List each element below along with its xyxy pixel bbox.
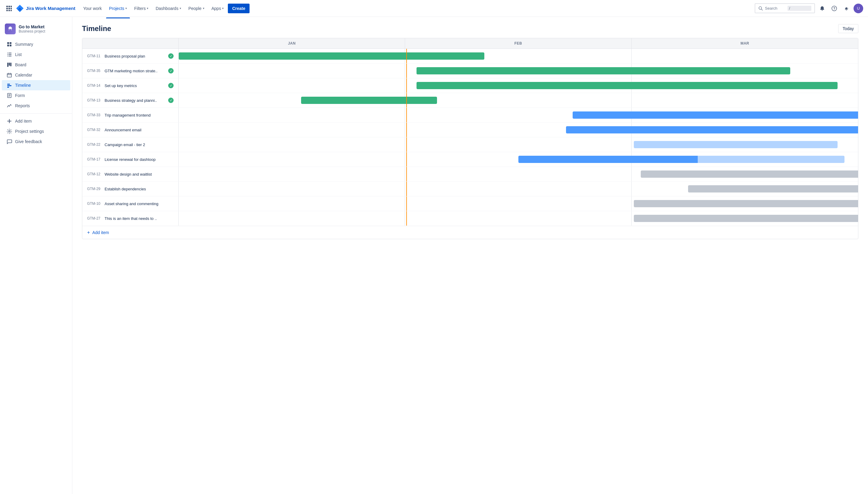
project-name: Go to Market — [19, 24, 45, 29]
today-line — [406, 152, 407, 167]
notifications-button[interactable] — [817, 4, 827, 13]
table-row[interactable]: GTM-14Set up key metrics✓ — [82, 78, 858, 93]
timeline-bar[interactable] — [573, 111, 858, 119]
row-id: GTM-13 — [87, 98, 102, 102]
table-row[interactable]: GTM-11Business proposal plan✓ — [82, 49, 858, 63]
done-check: ✓ — [168, 98, 173, 103]
timeline-bar[interactable] — [179, 52, 484, 60]
row-bar-area — [179, 78, 858, 93]
table-row[interactable]: GTM-12Website design and waitlist — [82, 167, 858, 182]
row-name: Announcement email — [105, 128, 173, 132]
sidebar-item-calendar[interactable]: Calendar — [2, 70, 70, 80]
create-button[interactable]: Create — [228, 4, 250, 13]
row-id: GTM-14 — [87, 83, 102, 88]
search-shortcut: / — [788, 6, 811, 11]
today-line — [406, 108, 407, 122]
search-box[interactable]: Search / — [755, 3, 815, 13]
sidebar-divider — [0, 113, 72, 114]
svg-rect-26 — [10, 63, 12, 66]
svg-rect-32 — [7, 85, 12, 86]
svg-rect-22 — [7, 56, 8, 56]
sidebar-item-board[interactable]: Board — [2, 60, 70, 70]
nav-apps[interactable]: Apps ▾ — [208, 4, 227, 13]
svg-point-13 — [10, 28, 11, 29]
table-row[interactable]: GTM-33Trip management frontend — [82, 108, 858, 122]
sidebar-item-add-item[interactable]: Add item — [2, 116, 70, 126]
row-name: Trip management frontend — [105, 113, 173, 117]
nav-dashboards[interactable]: Dashboards ▾ — [152, 4, 184, 13]
sidebar-item-project-settings[interactable]: Project settings — [2, 126, 70, 136]
timeline-icon — [7, 82, 12, 88]
search-icon — [758, 6, 763, 11]
projects-chevron: ▾ — [125, 7, 127, 10]
row-id: GTM-17 — [87, 157, 102, 162]
help-button[interactable]: ? — [829, 4, 839, 13]
row-bar-area — [179, 137, 858, 152]
timeline-bar[interactable] — [417, 82, 837, 89]
row-name: Business strategy and planni.. — [105, 98, 166, 103]
table-row[interactable]: GTM-13Business strategy and planni..✓ — [82, 93, 858, 108]
sidebar-item-give-feedback[interactable]: Give feedback — [2, 136, 70, 147]
sidebar-item-reports[interactable]: Reports — [2, 101, 70, 111]
people-chevron: ▾ — [203, 7, 204, 10]
topnav-right: Search / ? U — [755, 3, 863, 13]
bell-icon — [819, 6, 825, 11]
row-id: GTM-10 — [87, 202, 102, 206]
table-row[interactable]: GTM-29Establish dependencies — [82, 182, 858, 196]
sidebar-item-summary[interactable]: Summary — [2, 39, 70, 50]
timeline-bar[interactable] — [566, 126, 858, 133]
svg-rect-17 — [10, 44, 12, 46]
row-bar-area — [179, 182, 858, 196]
today-line — [406, 93, 407, 108]
row-bar-area — [179, 93, 858, 108]
settings-icon — [7, 129, 12, 134]
timeline-bar[interactable] — [641, 170, 858, 178]
add-icon — [7, 118, 12, 124]
svg-line-10 — [762, 9, 763, 10]
svg-rect-15 — [10, 42, 12, 44]
header-jan: JAN — [179, 38, 405, 49]
sidebar: Go to Market Business project Summary Li… — [0, 17, 72, 494]
svg-rect-1 — [8, 6, 10, 7]
reports-icon — [7, 103, 12, 109]
svg-rect-2 — [11, 6, 12, 7]
timeline-bar[interactable] — [518, 156, 845, 163]
svg-rect-27 — [7, 74, 12, 77]
nav-filters[interactable]: Filters ▾ — [131, 4, 151, 13]
sidebar-item-timeline[interactable]: Timeline — [2, 80, 70, 90]
timeline-bar[interactable] — [634, 200, 858, 207]
nav-people[interactable]: People ▾ — [185, 4, 207, 13]
feedback-icon — [7, 139, 12, 144]
table-row[interactable]: GTM-27This is an item that needs to .. — [82, 211, 858, 226]
timeline-bar[interactable] — [301, 97, 437, 104]
timeline-grid: JAN FEB MAR GTM-11Business proposal plan… — [82, 38, 858, 239]
app-switcher-icon[interactable] — [5, 4, 13, 13]
dashboards-chevron: ▾ — [180, 7, 181, 10]
timeline-bar[interactable] — [634, 141, 837, 148]
sidebar-item-form[interactable]: Form — [2, 90, 70, 101]
svg-rect-18 — [7, 53, 8, 53]
sidebar-item-list[interactable]: List — [2, 50, 70, 60]
nav-your-work[interactable]: Your work — [80, 4, 105, 13]
timeline-bar[interactable] — [688, 185, 858, 192]
row-bar-area — [179, 49, 858, 63]
board-icon — [7, 62, 12, 68]
timeline-bar[interactable] — [634, 215, 858, 222]
table-row[interactable]: GTM-22Campaign email - tier 2 — [82, 137, 858, 152]
table-row[interactable]: GTM-32Announcement email — [82, 122, 858, 137]
table-row[interactable]: GTM-17License renewal for dashloop — [82, 152, 858, 167]
svg-rect-7 — [8, 10, 10, 11]
jira-logo[interactable]: Jira Work Management — [16, 4, 75, 13]
table-row[interactable]: GTM-10Asset sharing and commenting — [82, 196, 858, 211]
today-button[interactable]: Today — [838, 24, 858, 33]
table-row[interactable]: GTM-35GTM marketing motion strate..✓ — [82, 63, 858, 78]
timeline-bar[interactable] — [417, 67, 790, 74]
project-icon — [5, 23, 16, 34]
nav-projects[interactable]: Projects ▾ — [106, 4, 130, 13]
today-line — [406, 167, 407, 181]
add-item-row[interactable]: + Add item — [82, 226, 858, 239]
svg-rect-33 — [7, 87, 9, 88]
today-line — [406, 63, 407, 78]
user-avatar[interactable]: U — [853, 4, 863, 13]
settings-button[interactable] — [842, 4, 851, 13]
